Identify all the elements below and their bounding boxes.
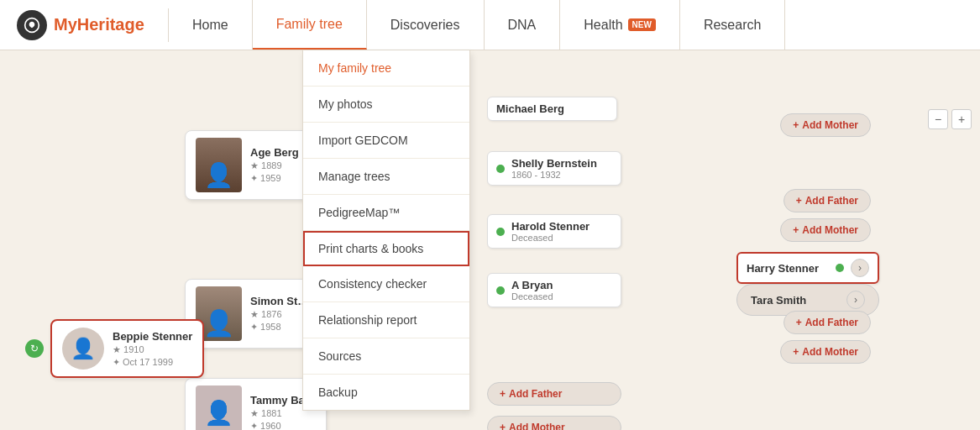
beppie-refresh-icon[interactable]: ↻: [25, 339, 44, 358]
dropdown-menu: My family tree My photos Import GEDCOM M…: [302, 50, 470, 411]
online-indicator: [496, 165, 505, 173]
age-berg-photo: 👤: [196, 138, 242, 192]
dropdown-item-my-family-tree[interactable]: My family tree: [303, 50, 469, 87]
nav-items: Home Family tree Discoveries DNA Health …: [169, 0, 980, 50]
dropdown-item-manage-trees[interactable]: Manage trees: [303, 159, 469, 195]
nav-item-discoveries[interactable]: Discoveries: [367, 0, 485, 50]
zoom-plus-btn[interactable]: +: [951, 109, 972, 129]
beppie-photo: 👤: [62, 328, 104, 370]
dropdown-item-pedigree-map[interactable]: PedigreeMap™: [303, 195, 469, 231]
add-father-1-btn[interactable]: + Add Father: [783, 189, 871, 212]
add-mother-top-btn[interactable]: + Add Mother: [780, 113, 871, 137]
harry-arrow[interactable]: ›: [851, 259, 869, 277]
health-badge: NEW: [628, 18, 656, 31]
add-mother-bottom-btn[interactable]: + Add Mother: [487, 416, 621, 430]
dropdown-item-my-photos[interactable]: My photos: [303, 87, 469, 123]
add-mother-3-btn[interactable]: + Add Mother: [780, 340, 871, 364]
logo-text: MyHeritage: [54, 15, 144, 34]
navbar: MyHeritage Home Family tree Discoveries …: [0, 0, 980, 50]
beppie-area: ↻ 👤 Beppie Stenner ★ 1910 ✦ Oct 17 1999: [25, 319, 204, 378]
add-father-3-btn[interactable]: + Add Father: [783, 311, 871, 334]
age-berg-info: Age Berg ★ 1889 ✦ 1959: [250, 146, 299, 184]
bryan-dot: [496, 286, 505, 295]
dropdown-item-backup[interactable]: Backup: [303, 375, 469, 410]
nav-item-health[interactable]: Health NEW: [560, 0, 680, 50]
dropdown-item-consistency-checker[interactable]: Consistency checker: [303, 266, 469, 302]
shelly-bernstein-node: Shelly Bernstein 1860 - 1932: [487, 151, 621, 186]
nav-item-family-tree[interactable]: Family tree: [253, 0, 367, 50]
tammy-photo: 👤: [196, 385, 242, 430]
dropdown-item-import-gedcom[interactable]: Import GEDCOM: [303, 123, 469, 159]
dropdown-item-sources[interactable]: Sources: [303, 338, 469, 375]
age-berg-card[interactable]: 👤 Age Berg ★ 1889 ✦ 1959: [185, 130, 310, 200]
tara-arrow[interactable]: ›: [846, 291, 865, 309]
beppie-card[interactable]: 👤 Beppie Stenner ★ 1910 ✦ Oct 17 1999: [50, 319, 204, 378]
harold-dot: [496, 228, 505, 236]
add-mother-2-btn[interactable]: + Add Mother: [780, 218, 871, 242]
nav-item-dna[interactable]: DNA: [485, 0, 561, 50]
harold-stenner-node: Harold Stenner Deceased: [487, 214, 621, 249]
beppie-info: Beppie Stenner ★ 1910 ✦ Oct 17 1999: [113, 330, 192, 368]
simon-st-card[interactable]: 👤 Simon St… ★ 1876 ✦ 1958: [185, 279, 319, 349]
tree-area: + Add Mother Michael Berg Shelly Bernste…: [0, 50, 980, 430]
nav-item-home[interactable]: Home: [169, 0, 253, 50]
nav-item-research[interactable]: Research: [680, 0, 785, 50]
add-father-bottom-btn[interactable]: + Add Father: [487, 382, 621, 406]
dropdown-item-relationship-report[interactable]: Relationship report: [303, 302, 469, 338]
logo-icon: [17, 10, 47, 40]
zoom-minus-btn[interactable]: −: [928, 109, 948, 129]
dropdown-item-print-charts[interactable]: Print charts & books: [303, 231, 469, 266]
a-bryan-node: A Bryan Deceased: [487, 273, 621, 307]
michael-berg-node: Michael Berg: [487, 97, 617, 121]
harry-stenner-node[interactable]: Harry Stenner ›: [736, 252, 879, 284]
zoom-controls: − +: [928, 109, 972, 129]
logo[interactable]: MyHeritage: [0, 10, 168, 40]
simon-info: Simon St… ★ 1876 ✦ 1958: [250, 295, 308, 333]
harry-dot: [836, 264, 844, 272]
